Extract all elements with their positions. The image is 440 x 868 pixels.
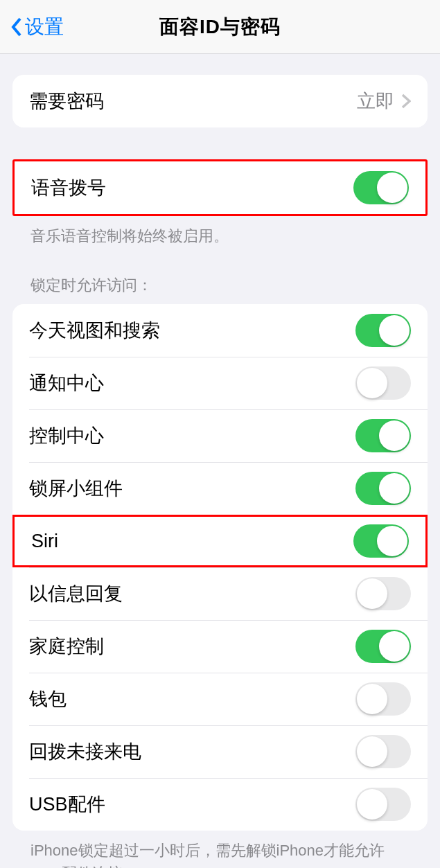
back-label: 设置 <box>25 14 64 40</box>
row-voice-dial[interactable]: 语音拨号 <box>15 161 425 214</box>
toggle-lock-item[interactable] <box>355 419 411 452</box>
row-label: USB配件 <box>29 792 105 817</box>
row-require-passcode[interactable]: 需要密码 立即 <box>12 75 428 127</box>
lock-section-header: 锁定时允许访问： <box>12 247 428 304</box>
page-title: 面容ID与密码 <box>159 14 281 40</box>
chevron-left-icon <box>10 17 24 37</box>
row-lock-item[interactable]: 控制中心 <box>12 409 428 462</box>
row-lock-item[interactable]: 今天视图和搜索 <box>12 304 428 357</box>
row-label: 语音拨号 <box>31 175 106 200</box>
row-label: 控制中心 <box>29 423 104 448</box>
row-label: 需要密码 <box>29 89 104 114</box>
row-lock-item[interactable]: 通知中心 <box>12 357 428 409</box>
row-label: 以信息回复 <box>29 581 123 606</box>
row-label: 回拨未接来电 <box>29 739 141 764</box>
row-lock-item[interactable]: 锁屏小组件 <box>12 462 428 515</box>
chevron-right-icon <box>401 94 411 109</box>
toggle-lock-item[interactable] <box>355 366 411 400</box>
row-label: 家庭控制 <box>29 634 104 659</box>
row-lock-item[interactable]: 家庭控制 <box>12 620 428 673</box>
row-lock-item[interactable]: Siri <box>12 515 428 567</box>
group-lock-access: 今天视图和搜索通知中心控制中心锁屏小组件Siri以信息回复家庭控制钱包回拨未接来… <box>12 304 428 831</box>
toggle-lock-item[interactable] <box>355 630 411 663</box>
toggle-lock-item[interactable] <box>355 788 411 821</box>
toggle-lock-item[interactable] <box>355 577 411 610</box>
toggle-lock-item[interactable] <box>355 472 411 505</box>
voice-dial-footer: 音乐语音控制将始终被启用。 <box>12 216 428 247</box>
row-lock-item[interactable]: 钱包 <box>12 673 428 725</box>
group-voice-dial: 语音拨号 <box>12 159 428 216</box>
row-lock-item[interactable]: 回拨未接来电 <box>12 725 428 778</box>
row-label: 今天视图和搜索 <box>29 318 160 343</box>
toggle-lock-item[interactable] <box>355 314 411 347</box>
row-label: Siri <box>31 531 58 552</box>
group-require-passcode: 需要密码 立即 <box>12 75 428 127</box>
toggle-lock-item[interactable] <box>355 735 411 768</box>
row-lock-item[interactable]: USB配件 <box>12 778 428 831</box>
row-label: 钱包 <box>29 687 67 711</box>
row-right: 立即 <box>357 89 411 114</box>
toggle-lock-item[interactable] <box>355 682 411 716</box>
row-label: 锁屏小组件 <box>29 476 123 501</box>
back-button[interactable]: 设置 <box>10 14 64 40</box>
toggle-voice-dial[interactable] <box>353 171 409 204</box>
toggle-lock-item[interactable] <box>353 524 409 558</box>
row-value: 立即 <box>357 89 394 114</box>
row-label: 通知中心 <box>29 371 104 396</box>
lock-footer: iPhone锁定超过一小时后，需先解锁iPhone才能允许USB配件连接。 <box>12 831 428 868</box>
navigation-bar: 设置 面容ID与密码 <box>0 0 440 54</box>
row-lock-item[interactable]: 以信息回复 <box>12 567 428 620</box>
